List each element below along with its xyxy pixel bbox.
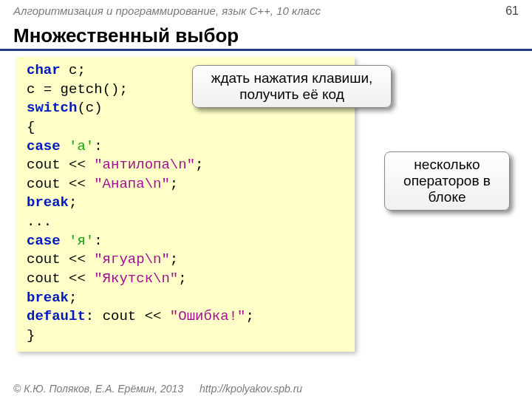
code-text: ; [245,308,253,324]
code-text: (); [103,81,128,98]
kw-break: break [27,194,69,211]
code-text: ; [178,270,186,287]
code-text: ... [27,213,344,232]
kw-default: default [27,308,86,324]
fn-getch: getch [61,81,103,98]
code-text: (c) [77,100,102,116]
code-text: } [27,327,344,346]
copyright: © К.Ю. Поляков, Е.А. Ерёмин, 2013 [13,383,183,395]
kw-case: case [27,233,61,249]
kw-case: case [27,138,61,154]
code-text: ; [170,251,178,267]
string-literal: "Якутск\n" [94,270,178,287]
kw-break: break [27,290,69,306]
code-text: : [94,233,102,249]
slide-title: Множественный выбор [0,17,532,51]
code-text: cout << [27,157,94,173]
kw-switch: switch [27,100,77,116]
char-literal: 'я' [61,233,95,249]
code-text: : cout << [86,308,170,324]
string-literal: "антилопа\n" [94,157,195,173]
code-text: { [27,118,344,137]
code-text: cout << [27,176,94,192]
callout-multi-ops: несколько операторов в блоке [384,151,510,211]
code-text: c = [27,81,61,98]
code-text: cout << [27,251,94,267]
code-text: ; [195,157,203,173]
footer-url: http://kpolyakov.spb.ru [200,383,302,395]
kw-char: char [27,62,61,78]
callout-wait-key: ждать нажатия клавиши, получить её код [192,65,392,108]
header-subtitle: Алгоритмизация и программирование, язык … [0,0,532,17]
footer: © К.Ю. Поляков, Е.А. Ерёмин, 2013 http:/… [13,383,302,395]
code-text: ; [69,194,77,211]
string-literal: "Анапа\n" [94,176,170,192]
code-text: : [94,138,102,154]
char-literal: 'а' [61,138,95,154]
code-text: c; [61,62,86,78]
string-literal: "ягуар\n" [94,251,170,267]
code-text: ; [170,176,178,192]
string-literal: "Ошибка!" [170,308,246,324]
code-text: cout << [27,270,94,287]
code-text: ; [69,290,77,306]
page-number: 61 [505,4,519,18]
